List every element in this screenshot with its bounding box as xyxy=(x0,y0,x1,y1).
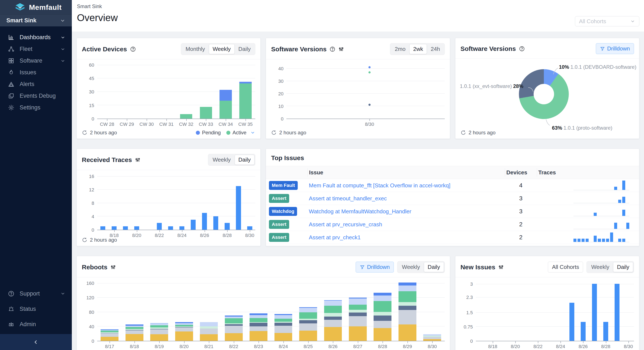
toggle-weekly[interactable]: Weekly xyxy=(587,262,613,272)
bar-8-19[interactable] xyxy=(150,323,168,341)
bar-CW-34[interactable] xyxy=(220,90,232,119)
bar-8-26[interactable] xyxy=(202,213,207,230)
bar-8-30[interactable] xyxy=(423,334,441,341)
card-top-issues: Top Issues IssueDevicesTracesMem FaultMe… xyxy=(266,149,639,246)
issue-link[interactable]: Assert at timeout_handler_exec xyxy=(308,195,387,202)
toggle-2wk[interactable]: 2wk xyxy=(409,44,427,54)
x-axis-label: CW 35 xyxy=(236,119,256,128)
sidebar-item-events-debug[interactable]: Events Debug xyxy=(0,90,72,102)
software-icon xyxy=(8,57,14,64)
bar-8-17[interactable] xyxy=(100,329,118,341)
plot-area xyxy=(97,62,255,119)
bar-8-27[interactable] xyxy=(349,298,367,341)
toggle-2mo[interactable]: 2mo xyxy=(391,44,409,54)
help-icon[interactable] xyxy=(330,46,336,52)
toggle-weekly[interactable]: Weekly xyxy=(209,44,235,54)
sidebar-item-issues[interactable]: Issues xyxy=(0,67,72,78)
sidebar-collapse-button[interactable] xyxy=(0,334,72,350)
chart-settings-icon[interactable] xyxy=(338,46,344,52)
bar-8-25[interactable] xyxy=(191,220,196,230)
app-name: Memfault xyxy=(29,3,62,11)
card-software-versions-scatter: Software Versions 2mo2wk24h 0102030408/3… xyxy=(266,38,450,139)
cohorts-filter-button[interactable]: All Cohorts xyxy=(548,262,583,273)
sidebar-item-admin[interactable]: Admin xyxy=(0,317,72,332)
project-selector[interactable]: Smart Sink xyxy=(0,14,72,26)
sidebar-item-support[interactable]: Support xyxy=(0,286,72,301)
issue-link[interactable]: Assert at prv_check1 xyxy=(308,234,360,241)
bar-CW-32[interactable] xyxy=(180,114,192,119)
bar-8-22[interactable] xyxy=(157,223,162,230)
bar-8-29[interactable] xyxy=(398,283,416,341)
bar-8-18[interactable] xyxy=(112,226,116,230)
bar-8-30[interactable] xyxy=(247,226,252,230)
chart-settings-icon[interactable] xyxy=(110,264,116,270)
bar-8-28[interactable] xyxy=(374,293,392,341)
toggle-24h[interactable]: 24h xyxy=(427,44,444,54)
refresh-icon[interactable] xyxy=(82,237,87,243)
toggle-daily[interactable]: Daily xyxy=(235,44,255,54)
x-axis-label: 8/27 xyxy=(346,341,370,350)
card-active-devices: Active Devices MonthlyWeeklyDaily 015304… xyxy=(76,38,261,139)
cohort-filter-select[interactable]: All Cohorts xyxy=(575,16,639,26)
chevron-down-icon xyxy=(60,291,66,296)
bar-8-20[interactable] xyxy=(134,226,139,230)
refresh-icon[interactable] xyxy=(82,130,87,135)
bar-8-26[interactable] xyxy=(324,300,342,341)
bar-8-25[interactable] xyxy=(299,307,317,341)
toggle-weekly[interactable]: Weekly xyxy=(209,155,235,165)
legend-item-active[interactable]: Active xyxy=(226,130,246,136)
bar-8-27[interactable] xyxy=(592,284,597,341)
bar-8-23[interactable] xyxy=(250,313,268,341)
bar-8-22[interactable] xyxy=(225,316,243,341)
bar-8-29[interactable] xyxy=(614,284,620,341)
bar-8-27[interactable] xyxy=(213,216,218,230)
refresh-icon[interactable] xyxy=(460,130,466,135)
toggle-monthly[interactable]: Monthly xyxy=(182,44,209,54)
sidebar-item-software[interactable]: Software xyxy=(0,55,72,67)
events-debug-icon xyxy=(8,93,14,99)
bar-8-17[interactable] xyxy=(100,226,105,230)
toggle-daily[interactable]: Daily xyxy=(613,262,633,272)
sidebar-item-status[interactable]: Status xyxy=(0,301,72,317)
bar-CW-35[interactable] xyxy=(239,82,252,119)
bar-CW-33[interactable] xyxy=(200,107,212,119)
bar-8-28[interactable] xyxy=(224,223,230,230)
sidebar-item-alerts[interactable]: Alerts xyxy=(0,78,72,90)
sidebar-item-label: Fleet xyxy=(20,46,55,52)
sidebar-item-fleet[interactable]: Fleet xyxy=(0,43,72,55)
column-header: Traces xyxy=(537,168,639,177)
sidebar-item-settings[interactable]: Settings xyxy=(0,102,72,113)
refresh-icon[interactable] xyxy=(271,130,276,135)
x-axis-label: 8/19 xyxy=(147,341,172,350)
toggle-daily[interactable]: Daily xyxy=(424,262,444,272)
bar-8-21[interactable] xyxy=(200,322,218,341)
bar-8-26[interactable] xyxy=(581,322,586,341)
bar-8-24[interactable] xyxy=(274,314,292,341)
bar-8-28[interactable] xyxy=(603,322,608,341)
legend-item-pending[interactable]: Pending xyxy=(196,130,221,136)
issue-type-badge: Watchdog xyxy=(269,207,297,216)
column-header: Issue xyxy=(308,168,505,177)
bar-8-18[interactable] xyxy=(126,325,144,341)
x-axis-label xyxy=(498,341,510,350)
bar-8-20[interactable] xyxy=(175,322,193,341)
bar-8-19[interactable] xyxy=(123,226,128,230)
help-icon[interactable] xyxy=(519,46,525,52)
issue-link[interactable]: Assert at prv_recursive_crash xyxy=(308,221,382,228)
toggle-daily[interactable]: Daily xyxy=(235,155,255,165)
drilldown-button[interactable]: Drilldown xyxy=(356,262,394,273)
chart-settings-icon[interactable] xyxy=(135,157,140,163)
legend-expand-icon[interactable] xyxy=(250,130,255,135)
sidebar-item-dashboards[interactable]: Dashboards xyxy=(0,31,72,43)
alerts-icon xyxy=(8,81,14,87)
drilldown-button[interactable]: Drilldown xyxy=(596,43,634,54)
bar-8-24[interactable] xyxy=(180,226,184,230)
issue-link[interactable]: Watchdog at MemfaultWatchdog_Handler xyxy=(308,208,411,215)
bar-8-23[interactable] xyxy=(168,226,173,230)
issue-link[interactable]: Mem Fault at compute_fft [Stack Overflow… xyxy=(308,182,450,189)
help-icon[interactable] xyxy=(130,46,136,52)
chart-settings-icon[interactable] xyxy=(498,264,504,270)
bar-8-29[interactable] xyxy=(236,186,241,230)
bar-8-25[interactable] xyxy=(570,303,574,341)
toggle-weekly[interactable]: Weekly xyxy=(398,262,424,272)
